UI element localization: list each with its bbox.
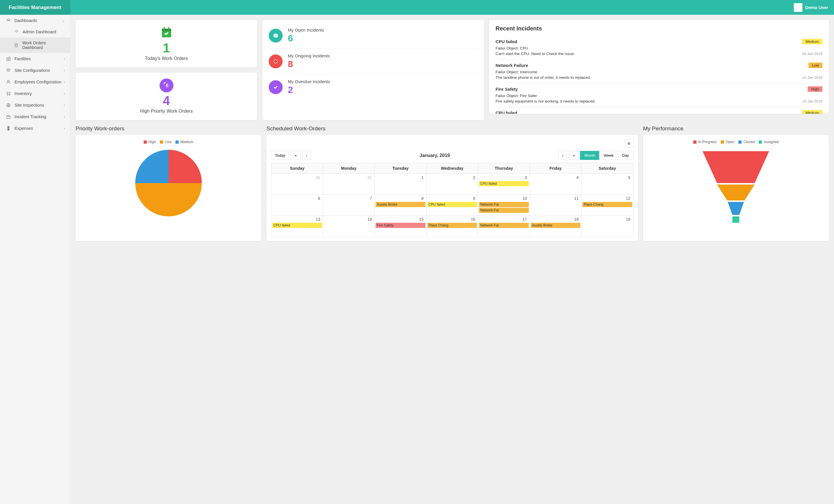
next-button[interactable]: ›: [558, 151, 567, 160]
calendar-day-header: Wednesday: [426, 163, 478, 174]
incident-item[interactable]: Fire SafetyHighFailur Object: Fire Safer…: [496, 83, 822, 107]
priority-badge: High: [808, 86, 822, 92]
high-priority-card[interactable]: 4 High Priority Work Orders: [75, 73, 257, 120]
sidebar-item-facilities[interactable]: Facilities›: [0, 53, 70, 65]
calendar-cell[interactable]: 15Fire Safety: [375, 216, 426, 236]
calendar-cell[interactable]: 7: [323, 195, 375, 216]
today-orders-value: 1: [163, 41, 170, 55]
sidebar-item-site-inspections[interactable]: Site Inspections›: [0, 100, 70, 111]
sidebar-item-work-orders-dashboard[interactable]: Work Orders Dashboard: [0, 37, 70, 53]
calendar-day-header: Monday: [323, 163, 375, 174]
calendar-cell[interactable]: 1: [375, 174, 426, 195]
overdue-incidents-row[interactable]: My Overdue Incidents 2: [269, 74, 478, 100]
sidebar-item-employees-configuration[interactable]: Employees Configuration›: [0, 76, 70, 88]
incident-item[interactable]: CPU failedMedium: [496, 107, 822, 114]
day-number: 17: [479, 216, 529, 222]
calendar-event[interactable]: Network Fai: [479, 202, 529, 207]
priority-badge: Medium: [802, 39, 822, 44]
svg-point-11: [9, 94, 10, 95]
today-button[interactable]: Today: [271, 151, 289, 160]
calendar-event[interactable]: Place Chang: [427, 223, 477, 228]
sidebar-item-incident-tracking[interactable]: Incident Tracking›: [0, 111, 70, 123]
calendar-cell[interactable]: 14: [323, 216, 375, 236]
nav-icon: [5, 68, 12, 73]
calendar-event[interactable]: CPU failed: [427, 202, 477, 207]
incident-date: 15-Jan-2019: [802, 100, 822, 104]
calendar-cell[interactable]: 30: [271, 174, 323, 195]
calendar-event[interactable]: Assets Broke: [531, 223, 580, 228]
today-work-orders-card[interactable]: 1 Today's Work Orders: [75, 20, 257, 67]
incident-item[interactable]: CPU failedMediumFailur Object: CPUCan't …: [496, 36, 822, 60]
day-number: 13: [272, 216, 322, 222]
view-day-button[interactable]: Day: [618, 151, 633, 160]
calendar-cell[interactable]: 31: [323, 174, 375, 195]
calendar-event[interactable]: Network Fai: [479, 208, 529, 213]
sidebar-item-expenses[interactable]: Expenses›: [0, 123, 70, 134]
recent-incidents-title: Recent Incidents: [496, 25, 822, 32]
calendar-cell[interactable]: 13CPU failed: [271, 216, 323, 236]
calendar-cell[interactable]: 8Assets Broke: [375, 195, 426, 216]
legend-open: Open: [726, 140, 735, 144]
day-number: 16: [427, 216, 477, 222]
calendar-cell[interactable]: 3CPU failed: [478, 174, 530, 195]
sidebar-item-dashboards[interactable]: Dashboards⌄: [0, 15, 70, 26]
svg-point-10: [7, 94, 8, 95]
sidebar-item-site-configurations[interactable]: Site Configurations›: [0, 65, 70, 76]
user-name: Demo User: [805, 5, 828, 10]
ongoing-incidents-row[interactable]: My Ongoing Incidents 8: [269, 49, 478, 74]
calendar-cell[interactable]: 19: [581, 216, 633, 236]
prev-button[interactable]: ‹: [302, 151, 311, 160]
svg-point-1: [16, 31, 17, 32]
calendar-cell[interactable]: 18Assets Broke: [530, 216, 581, 236]
open-incidents-row[interactable]: My Open Incidents 6: [269, 23, 478, 49]
calendar-cell[interactable]: 4: [530, 174, 581, 195]
sidebar-item-label: Facilities: [15, 57, 31, 61]
day-number: 7: [324, 196, 374, 201]
user-menu[interactable]: Demo User: [794, 3, 828, 12]
chevron-down-icon: ⌄: [62, 19, 65, 23]
calendar-day-header: Tuesday: [375, 163, 426, 174]
calendar-event[interactable]: CPU failed: [272, 223, 322, 228]
chevron-right-icon: ›: [64, 57, 65, 61]
open-incidents-label: My Open Incidents: [288, 27, 324, 32]
calendar-cell[interactable]: 16Place Chang: [426, 216, 478, 236]
calendar-cell[interactable]: 5: [581, 174, 633, 195]
calendar-cell[interactable]: 6: [271, 195, 323, 216]
incident-desc: The landline phone is out of order, it n…: [496, 75, 591, 80]
calendar-cell[interactable]: 2: [426, 174, 478, 195]
nav-icon: [5, 56, 12, 61]
view-week-button[interactable]: Week: [599, 151, 618, 160]
calendar-cell[interactable]: 11: [530, 195, 581, 216]
performance-title: My Performance: [643, 126, 829, 132]
calendar-event[interactable]: Place Chang: [583, 202, 632, 207]
calendar-event[interactable]: Network Fai: [479, 223, 529, 228]
day-number: 8: [376, 196, 425, 201]
calendar-cell[interactable]: 10Network FaiNetwork Fai: [478, 195, 530, 216]
calendar-cell[interactable]: 12Place Chang: [581, 195, 633, 216]
sidebar: Dashboards⌄Admin DashboardWork Orders Da…: [0, 15, 70, 504]
app-title: Facilities Management: [0, 0, 70, 15]
nav-icon: [13, 29, 20, 34]
svg-rect-21: [162, 29, 171, 31]
next-fast-button[interactable]: »: [569, 151, 578, 160]
svg-point-29: [277, 61, 278, 62]
sidebar-item-admin-dashboard[interactable]: Admin Dashboard: [0, 26, 70, 37]
nav-icon: [5, 114, 12, 119]
prev-fast-button[interactable]: «: [291, 151, 301, 160]
calendar-event[interactable]: CPU failed: [479, 181, 529, 186]
view-month-button[interactable]: Month: [580, 151, 600, 160]
sidebar-item-inventory[interactable]: Inventory›: [0, 88, 70, 100]
funnel-legend: In Progress Open Closed Assigned: [649, 140, 824, 144]
calendar-cell[interactable]: 9CPU failed: [426, 195, 478, 216]
calendar-cell[interactable]: 17Network Fai: [478, 216, 530, 236]
svg-point-27: [276, 59, 276, 60]
calendar-menu-button[interactable]: ≡: [624, 139, 633, 148]
day-number: 3: [479, 175, 529, 180]
incident-title: Network Failure: [496, 63, 528, 68]
calendar-event[interactable]: Fire Safety: [376, 223, 425, 228]
calendar-event[interactable]: Assets Broke: [376, 202, 425, 207]
svg-marker-36: [717, 184, 755, 200]
chevron-right-icon: ›: [64, 126, 65, 130]
incident-item[interactable]: Network FailureLowFailur Object: Interco…: [496, 60, 822, 83]
loading-icon: [269, 54, 283, 68]
